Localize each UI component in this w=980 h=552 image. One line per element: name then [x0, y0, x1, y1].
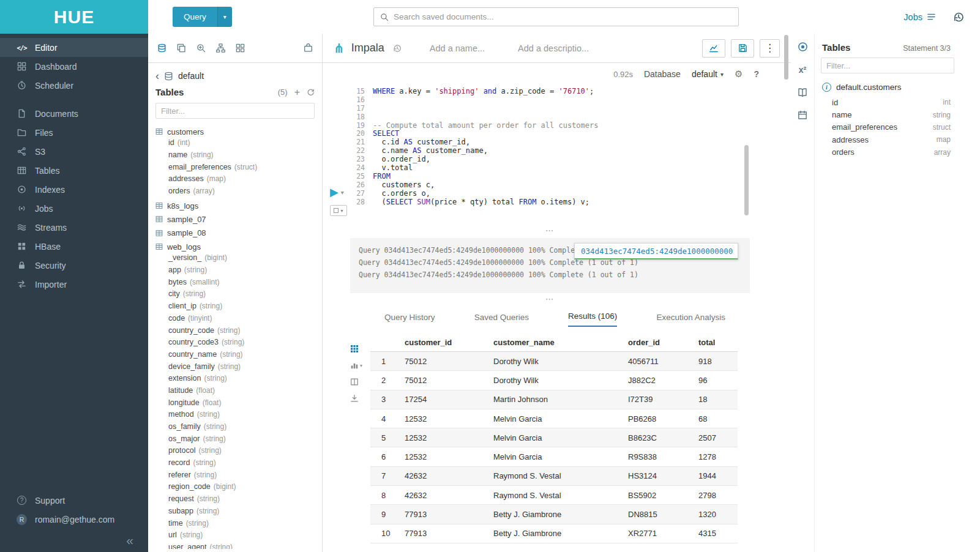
new-query-label[interactable]: Query: [173, 7, 217, 27]
chart-button[interactable]: [702, 39, 725, 58]
sidebar-item-user[interactable]: R romain@gethue.com: [0, 510, 148, 529]
sidebar-item-security[interactable]: Security: [0, 256, 148, 275]
breadcrumb-back-icon[interactable]: ‹: [155, 72, 159, 80]
code-line[interactable]: 27 c.orders o,: [350, 190, 748, 198]
right-column-id[interactable]: idint: [832, 96, 951, 108]
global-search[interactable]: [373, 7, 739, 26]
sidebar-item-tables[interactable]: Tables: [0, 161, 148, 180]
functions-icon[interactable]: x²: [799, 65, 806, 75]
assist-column[interactable]: client_ip(string): [155, 302, 318, 314]
query-name-field[interactable]: Add a name...: [430, 43, 485, 53]
assist-column[interactable]: method(string): [155, 410, 318, 422]
databases-source-icon[interactable]: [157, 43, 166, 53]
assist-column[interactable]: _version_(bigint): [155, 253, 318, 266]
assist-column[interactable]: request(string): [155, 494, 318, 507]
assist-column[interactable]: code(tinyint): [155, 314, 318, 326]
sidebar-item-importer[interactable]: Importer: [0, 275, 148, 294]
search-zoom-icon[interactable]: [196, 43, 206, 53]
results-row[interactable]: 175012Dorothy Wilk4056711918: [370, 352, 738, 371]
assist-filter-input[interactable]: [155, 103, 315, 119]
sidebar-item-support[interactable]: ? Support: [0, 491, 148, 510]
code-line[interactable]: 22 c.name AS customer_name,: [350, 147, 748, 155]
global-search-input[interactable]: [394, 12, 732, 21]
sidebar-item-scheduler[interactable]: Scheduler: [0, 76, 148, 95]
code-line[interactable]: 18: [350, 113, 748, 122]
tab-query-history[interactable]: Query History: [384, 313, 435, 327]
assist-column[interactable]: device_family(string): [155, 362, 318, 375]
assist-column[interactable]: subapp(string): [155, 507, 318, 519]
query-history-icon[interactable]: [953, 12, 964, 23]
apps-grid-icon[interactable]: [236, 43, 245, 53]
refresh-icon[interactable]: [307, 88, 315, 96]
assist-table-customers[interactable]: customers: [155, 125, 318, 138]
assist-column[interactable]: country_name(string): [155, 350, 318, 362]
code-line[interactable]: 17: [350, 105, 748, 113]
results-chart-icon[interactable]: ▾: [350, 361, 362, 370]
collections-bag-icon[interactable]: [304, 43, 313, 53]
code-line[interactable]: 23 o.order_id,: [350, 155, 748, 164]
assist-column[interactable]: id(int): [155, 138, 318, 151]
results-row[interactable]: 275012Dorothy WilkJ882C296: [370, 371, 738, 390]
sidebar-item-streams[interactable]: Streams: [0, 218, 148, 237]
code-line[interactable]: 20SELECT: [350, 130, 748, 138]
right-column-orders[interactable]: ordersarray: [832, 146, 951, 159]
assist-column[interactable]: protocol(string): [155, 446, 318, 458]
assist-column[interactable]: longitude(float): [155, 398, 318, 411]
schedule-icon[interactable]: [798, 110, 807, 120]
query-id-link[interactable]: 034d413ec7474ed5:4249de1000000000: [581, 247, 733, 256]
jobs-link[interactable]: Jobs: [903, 12, 936, 22]
assist-column[interactable]: record(string): [155, 458, 318, 471]
tab-results-106[interactable]: Results (106): [568, 311, 617, 327]
assist-column[interactable]: email_preferences(struct): [155, 163, 318, 175]
assist-column[interactable]: name(string): [155, 151, 318, 163]
sidebar-item-s3[interactable]: S3: [0, 142, 148, 161]
assist-table-sample-08[interactable]: sample_08: [155, 226, 318, 240]
snippet-history-icon[interactable]: [393, 44, 402, 53]
download-icon[interactable]: [350, 394, 359, 403]
sidebar-item-indexes[interactable]: Indexes: [0, 180, 148, 199]
assist-column[interactable]: orders(array): [155, 187, 318, 199]
right-column-name[interactable]: namestring: [832, 108, 951, 121]
assist-column[interactable]: region_code(bigint): [155, 482, 318, 494]
active-table-name[interactable]: default.customers: [836, 83, 902, 92]
more-actions-button[interactable]: ⋮: [760, 39, 780, 58]
resize-handle-bottom[interactable]: ⋯: [350, 296, 750, 304]
documents-source-icon[interactable]: [177, 43, 186, 53]
code-line[interactable]: 26 customers c,: [350, 181, 748, 190]
settings-gear-icon[interactable]: ⚙: [735, 69, 742, 80]
results-row[interactable]: 412532Melvin GarciaPB626868: [370, 409, 738, 428]
query-id-tooltip[interactable]: 034d413ec7474ed5:4249de1000000000: [574, 243, 738, 259]
assist-column[interactable]: city(string): [155, 289, 318, 302]
assist-column[interactable]: country_code3(string): [155, 338, 318, 350]
query-description-field[interactable]: Add a descriptio...: [518, 43, 589, 53]
resize-handle-top[interactable]: ⋯: [350, 228, 750, 235]
save-button[interactable]: [731, 39, 754, 58]
breadcrumb-database-name[interactable]: default: [178, 71, 204, 81]
assist-column[interactable]: referer(string): [155, 471, 318, 483]
sidebar-item-editor[interactable]: </>Editor: [0, 38, 148, 57]
database-select[interactable]: default ▾: [692, 69, 724, 79]
assist-column[interactable]: addresses(map): [155, 174, 318, 187]
code-line[interactable]: 19-- Compute total amount per order for …: [350, 122, 748, 130]
code-line[interactable]: 24 v.total: [350, 164, 748, 173]
right-column-addresses[interactable]: addressesmap: [832, 133, 951, 146]
code-line[interactable]: 25FROM: [350, 173, 748, 181]
results-row[interactable]: 977913Betty J. GiambroneDN88151320: [370, 505, 738, 524]
assist-table-web-logs[interactable]: web_logs: [155, 240, 318, 253]
add-table-icon[interactable]: +: [294, 88, 300, 97]
sql-code-editor[interactable]: 15WHERE a.key = 'shipping' and a.zip_cod…: [350, 88, 748, 206]
results-row[interactable]: 742632Raymond S. VestalHS31241944: [370, 467, 738, 486]
assist-column[interactable]: os_family(string): [155, 422, 318, 435]
results-row[interactable]: 512532Melvin GarciaB8623C2507: [370, 428, 738, 447]
sitemap-icon[interactable]: [216, 43, 225, 53]
assist-column[interactable]: country_code(string): [155, 326, 318, 338]
statement-selector-button[interactable]: ▾: [330, 205, 347, 216]
sidebar-item-jobs[interactable]: Jobs: [0, 199, 148, 218]
page-scrollbar[interactable]: [784, 35, 788, 80]
assist-column[interactable]: user_agent(string): [155, 543, 318, 549]
assist-column[interactable]: url(string): [155, 531, 318, 543]
columns-icon[interactable]: [350, 378, 359, 386]
right-panel-filter-input[interactable]: [821, 58, 954, 73]
sidebar-item-dashboard[interactable]: Dashboard: [0, 57, 148, 76]
assist-breadcrumb[interactable]: ‹ default: [148, 63, 322, 83]
